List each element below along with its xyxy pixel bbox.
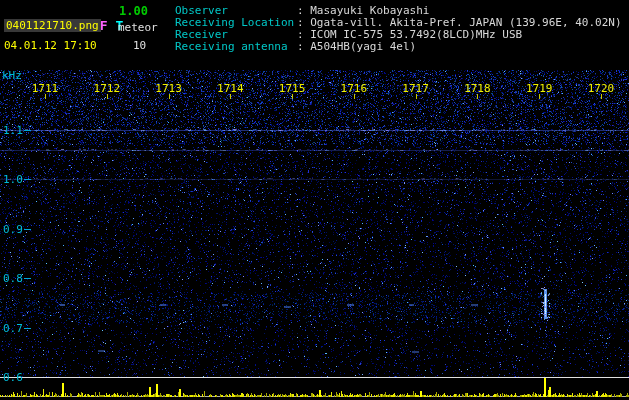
hrofft-output: HROFFT 1.00 0401121710.png meteor 04.01.… (0, 0, 629, 400)
y-tick-label: 1.1 (3, 124, 23, 137)
x-tick-label: 1717 (402, 82, 429, 95)
info-value: A504HB(yagi 4el) (310, 40, 416, 53)
spectrogram-canvas (0, 0, 629, 400)
mode-label: meteor (118, 21, 158, 34)
x-tick-label: 1716 (341, 82, 368, 95)
x-tick-label: 1711 (32, 82, 59, 95)
observer-info: Observer: Masayuki KobayashiReceiving Lo… (175, 5, 622, 53)
x-tick-label: 1712 (94, 82, 121, 95)
x-tick-label: 1713 (155, 82, 182, 95)
y-tick-label: 0.7 (3, 321, 23, 334)
x-tick-label: 1718 (464, 82, 491, 95)
x-tick-label: 1720 (588, 82, 615, 95)
x-tick-label: 1719 (526, 82, 553, 95)
y-tick-label: 1.0 (3, 173, 23, 186)
app-version: 1.00 (119, 4, 148, 18)
x-tick-label: 1714 (217, 82, 244, 95)
echo-count: 10 (133, 39, 146, 52)
observation-datetime: 04.01.12 17:10 (4, 39, 97, 52)
logo-letter: F (100, 18, 108, 33)
x-tick-label: 1715 (279, 82, 306, 95)
info-separator: : (297, 40, 310, 53)
y-tick-label: 0.6 (3, 371, 23, 384)
info-label: Receiving antenna (175, 41, 297, 53)
output-filename: 0401121710.png (4, 19, 101, 32)
y-axis-unit: kHz (2, 69, 22, 82)
y-tick-label: 0.8 (3, 272, 23, 285)
info-row: Receiving antenna: A504HB(yagi 4el) (175, 41, 622, 53)
y-tick-label: 0.9 (3, 222, 23, 235)
